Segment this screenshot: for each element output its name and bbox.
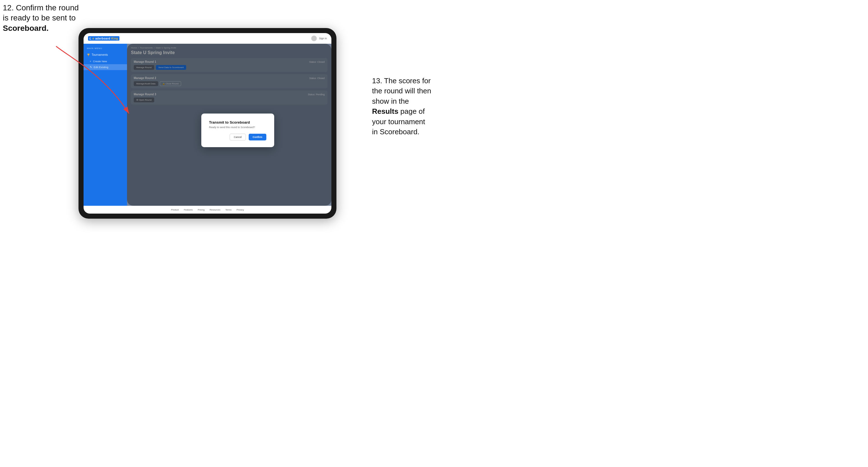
modal-box: Transmit to Scoreboard Ready to send thi… <box>201 114 274 147</box>
footer-product[interactable]: Product <box>171 209 179 211</box>
logo-king: King <box>111 37 118 40</box>
annotation-top-left: 12. Confirm the round is ready to be sen… <box>3 3 79 33</box>
plus-icon: + <box>90 60 91 63</box>
main-content: Home / Tournaments / State U Spring Invi… <box>127 44 331 206</box>
modal-overlay: Transmit to Scoreboard Ready to send thi… <box>127 44 331 206</box>
sign-in-label[interactable]: Sign In <box>319 37 327 40</box>
sidebar-item-create-new[interactable]: + Create New <box>84 58 127 64</box>
sidebar-item-tournaments[interactable]: 🏆 Tournaments <box>84 51 127 58</box>
sidebar-section-label: MAIN MENU <box>84 47 127 51</box>
sidebar-tournaments-label: Tournaments <box>92 53 108 56</box>
footer-resources[interactable]: Resources <box>210 209 220 211</box>
top-nav: L e aderboard King Sign In <box>84 33 331 44</box>
footer-privacy[interactable]: Privacy <box>237 209 244 211</box>
logo-rest: aderboard <box>95 37 110 40</box>
logo-area: L e aderboard King <box>88 36 119 41</box>
cancel-button[interactable]: Cancel <box>229 134 246 141</box>
annotation-line2: is ready to be sent to <box>3 13 76 22</box>
sidebar: MAIN MENU 🏆 Tournaments + Create New ✎ E… <box>84 44 127 206</box>
nav-right: Sign In <box>311 36 327 41</box>
tablet-screen: L e aderboard King Sign In MAIN MENU 🏆 T… <box>84 33 331 214</box>
footer-features[interactable]: Features <box>184 209 193 211</box>
annotation-bold: Scoreboard. <box>3 24 49 33</box>
tablet-frame: L e aderboard King Sign In MAIN MENU 🏆 T… <box>79 28 336 219</box>
content-area: MAIN MENU 🏆 Tournaments + Create New ✎ E… <box>84 44 331 206</box>
logo-text: L <box>89 37 91 40</box>
footer-pricing[interactable]: Pricing <box>198 209 205 211</box>
modal-buttons: Cancel Confirm <box>209 134 266 141</box>
logo-box: L e aderboard King <box>88 36 119 41</box>
trophy-icon: 🏆 <box>87 54 90 56</box>
modal-subtitle: Ready to send this round to Scoreboard? <box>209 126 266 129</box>
sidebar-edit-existing-label: Edit Existing <box>94 66 108 69</box>
modal-title: Transmit to Scoreboard <box>209 120 266 124</box>
logo-subtext: e <box>93 37 94 40</box>
footer-terms[interactable]: Terms <box>225 209 231 211</box>
avatar <box>311 36 317 41</box>
edit-icon: ✎ <box>90 66 92 69</box>
tablet-footer: Product Features Pricing Resources Terms… <box>84 206 331 214</box>
annotation-right-text: 13. The scores forthe round will thensho… <box>372 76 431 136</box>
sidebar-create-new-label: Create New <box>93 60 107 63</box>
annotation-line1: 12. Confirm the round <box>3 3 79 12</box>
confirm-button[interactable]: Confirm <box>249 134 266 141</box>
annotation-right: 13. The scores forthe round will thensho… <box>372 76 431 137</box>
sidebar-item-edit-existing[interactable]: ✎ Edit Existing <box>84 64 127 70</box>
